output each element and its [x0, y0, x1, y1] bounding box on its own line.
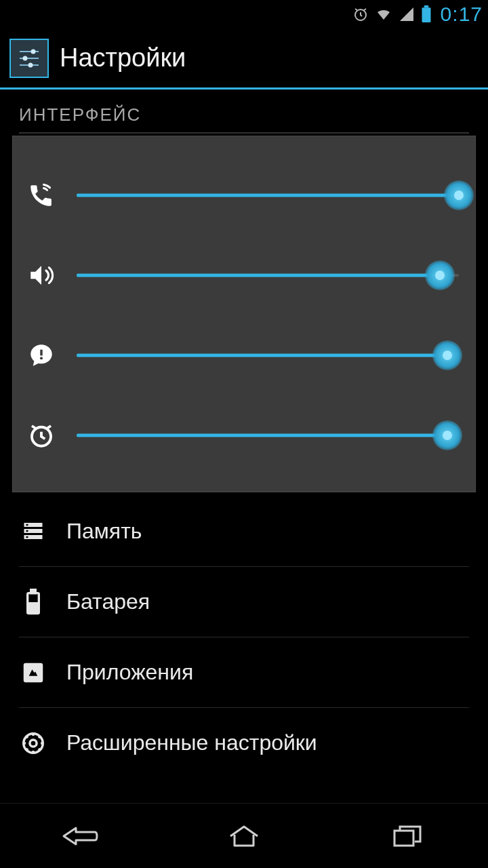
battery-status-icon [420, 5, 432, 23]
svg-rect-24 [394, 831, 413, 846]
section-header: ИНТЕРФЕЙС [0, 90, 488, 132]
svg-point-7 [23, 56, 28, 60]
settings-item-label: Расширенные настройки [66, 730, 317, 755]
svg-rect-16 [31, 589, 36, 593]
notification-icon [21, 341, 62, 370]
home-button[interactable] [193, 816, 295, 856]
svg-point-22 [40, 357, 43, 359]
settings-item-label: Батарея [66, 589, 150, 614]
svg-rect-14 [26, 536, 28, 538]
section-divider [19, 132, 469, 134]
alarm-icon [21, 421, 62, 450]
battery-icon [19, 589, 47, 616]
volume-slider-alarm[interactable] [77, 423, 459, 448]
settings-item-advanced[interactable]: Расширенные настройки [19, 707, 469, 778]
volume-row-alarm [21, 395, 459, 475]
svg-rect-2 [424, 5, 428, 7]
signal-icon [399, 6, 415, 22]
settings-item-apps[interactable]: Приложения [19, 637, 469, 707]
alarm-status-icon [352, 6, 369, 22]
settings-list: Память Батарея Приложения Расширенные на… [0, 496, 488, 778]
volume-slider-notification[interactable] [77, 343, 459, 368]
volume-row-media [21, 235, 459, 315]
apps-icon [19, 660, 47, 686]
phone-icon [21, 181, 62, 210]
back-button[interactable] [30, 816, 132, 856]
svg-point-20 [30, 739, 37, 746]
settings-app-icon [9, 39, 49, 78]
svg-rect-1 [422, 7, 430, 22]
gear-icon [19, 730, 47, 756]
speaker-icon [21, 261, 62, 290]
volume-dialog [12, 136, 476, 492]
svg-rect-17 [28, 603, 37, 612]
clock-time: 0:17 [441, 3, 483, 26]
volume-slider-ringer[interactable] [77, 183, 459, 208]
svg-point-8 [28, 62, 33, 67]
navigation-bar [0, 803, 488, 868]
settings-item-label: Память [66, 519, 142, 544]
wifi-icon [374, 6, 393, 22]
volume-row-notification [21, 315, 459, 395]
volume-slider-media[interactable] [77, 263, 459, 288]
volume-row-ringer [21, 155, 459, 235]
svg-rect-12 [26, 524, 28, 526]
svg-point-6 [31, 49, 36, 54]
svg-rect-21 [40, 350, 43, 356]
settings-item-battery[interactable]: Батарея [19, 566, 469, 637]
storage-icon [19, 519, 47, 543]
page-title: Настройки [60, 43, 186, 73]
settings-item-label: Приложения [66, 660, 193, 685]
settings-item-storage[interactable]: Память [19, 496, 469, 566]
svg-rect-13 [26, 530, 28, 532]
status-bar: 0:17 [0, 0, 488, 28]
action-bar: Настройки [0, 28, 488, 90]
recent-apps-button[interactable] [356, 816, 458, 856]
